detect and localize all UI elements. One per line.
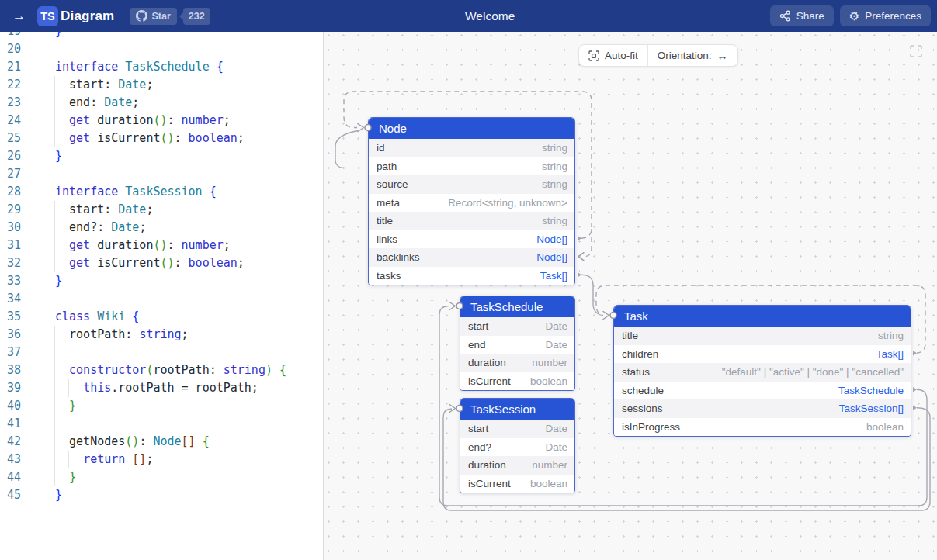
collapse-panel-arrow-icon[interactable]: → (12, 9, 29, 24)
line-number: 33 (0, 272, 21, 290)
code-line[interactable]: 37 (0, 344, 323, 361)
code-line[interactable]: 40 } (0, 397, 323, 415)
line-number: 41 (0, 415, 21, 433)
code-line[interactable]: 26} (0, 147, 323, 165)
code-line[interactable]: 45} (0, 486, 323, 504)
code-line[interactable]: 31 get duration(): number; (0, 237, 323, 254)
type-reference-link[interactable]: TaskSession[] (839, 403, 904, 414)
share-button[interactable]: Share (770, 5, 834, 26)
field-name: start (468, 423, 488, 434)
entity-table-title[interactable]: TaskSchedule (460, 296, 574, 317)
code-line[interactable]: 23 end: Date; (0, 94, 323, 112)
autofit-icon (588, 50, 599, 61)
source-chevron-schedule[interactable] (913, 387, 917, 392)
code-line[interactable]: 43 return []; (0, 451, 323, 468)
code-line[interactable]: 41 (0, 415, 323, 433)
code-text: rootPath: string; (55, 326, 189, 344)
code-line[interactable]: 25 get isCurrent(): boolean; (0, 130, 323, 147)
edge-node-tasks-to-task (581, 275, 603, 315)
entity-field-row: endDate (460, 336, 574, 354)
field-type: TaskSchedule (838, 385, 904, 396)
field-name: duration (468, 357, 506, 368)
line-number: 37 (0, 344, 21, 361)
code-text: constructor(rootPath: string) { (55, 361, 286, 379)
code-line[interactable]: 27 (0, 165, 323, 183)
type-reference-link[interactable]: Node[] (536, 251, 567, 263)
entity-table-title[interactable]: Task (614, 306, 911, 327)
code-lines: 19}2021interface TaskSchedule {22 start:… (0, 32, 323, 504)
entity-table-title[interactable]: TaskSession (460, 399, 574, 420)
entity-table-taskschedule[interactable]: TaskSchedulestartDateendDatedurationnumb… (460, 296, 575, 391)
entity-field-row: startDate (460, 420, 574, 438)
code-line[interactable]: 33} (0, 272, 323, 290)
preferences-button[interactable]: ⚙ Preferences (840, 5, 931, 26)
code-text: } (55, 468, 76, 486)
code-text: get isCurrent(): boolean; (55, 130, 245, 147)
code-line[interactable]: 38 constructor(rootPath: string) { (0, 361, 323, 379)
line-number: 26 (0, 147, 21, 165)
github-star-widget[interactable]: Star 232 (130, 8, 210, 25)
entity-table-task[interactable]: TasktitlestringchildrenTask[]status"defa… (613, 305, 911, 437)
line-number: 45 (0, 486, 21, 504)
line-number: 27 (0, 165, 21, 183)
field-type: Date (545, 320, 567, 332)
entity-table-node[interactable]: NodeidstringpathstringsourcestringmetaRe… (368, 117, 575, 285)
code-text: end?: Date; (55, 219, 146, 237)
code-text: get isCurrent(): boolean; (55, 254, 245, 272)
code-text: return []; (55, 451, 153, 468)
line-number: 39 (0, 379, 21, 397)
code-line[interactable]: 32 get isCurrent(): boolean; (0, 254, 323, 272)
field-type: boolean (866, 421, 904, 433)
line-number: 35 (0, 308, 21, 326)
field-name: isInProgress (622, 421, 680, 433)
field-type: Node[] (536, 251, 567, 263)
code-line[interactable]: 30 end?: Date; (0, 219, 323, 237)
field-type: string (542, 142, 567, 154)
diagram-canvas[interactable]: NodeidstringpathstringsourcestringmetaRe… (324, 32, 937, 560)
autofit-button[interactable]: Auto-fit (579, 45, 647, 66)
type-reference-link[interactable]: Task[] (540, 270, 567, 282)
line-number: 24 (0, 112, 21, 130)
code-text: } (55, 32, 62, 40)
source-chevron-sessions[interactable] (913, 406, 917, 410)
field-name: id (377, 142, 385, 154)
line-number: 43 (0, 451, 21, 468)
code-line[interactable]: 34 (0, 290, 323, 308)
code-line[interactable]: 20 (0, 40, 323, 58)
type-reference-link[interactable]: TaskSchedule (838, 385, 904, 396)
line-number: 30 (0, 219, 21, 237)
line-number: 34 (0, 290, 21, 308)
code-line[interactable]: 42 getNodes(): Node[] { (0, 433, 323, 451)
orientation-button[interactable]: Orientation: ↔ (648, 45, 737, 66)
code-line[interactable]: 44 } (0, 468, 323, 486)
code-editor[interactable]: 19}2021interface TaskSchedule {22 start:… (0, 32, 324, 560)
code-line[interactable]: 28interface TaskSession { (0, 183, 323, 201)
star-count-badge: 232 (183, 8, 210, 25)
fullscreen-icon (909, 44, 923, 58)
field-name: children (622, 348, 658, 360)
type-reference-link[interactable]: Node[] (536, 233, 567, 245)
source-chevron-tasks[interactable] (578, 272, 581, 277)
code-line[interactable]: 39 this.rootPath = rootPath; (0, 379, 323, 397)
page-title: Welcome (210, 9, 770, 23)
code-line[interactable]: 29 start: Date; (0, 201, 323, 219)
source-chevron-children[interactable] (913, 351, 917, 355)
code-line[interactable]: 22 start: Date; (0, 76, 323, 94)
field-name: status (622, 366, 650, 378)
code-line[interactable]: 24 get duration(): number; (0, 112, 323, 130)
entity-table-title[interactable]: Node (369, 118, 574, 139)
line-number: 32 (0, 254, 21, 272)
source-chevron-links[interactable] (578, 236, 581, 240)
entity-table-tasksession[interactable]: TaskSessionstartDateend?Datedurationnumb… (460, 398, 575, 493)
app-title: Diagram (61, 9, 114, 24)
line-number: 20 (0, 40, 21, 58)
code-line[interactable]: 35class Wiki { (0, 308, 323, 326)
code-line[interactable]: 21interface TaskSchedule { (0, 58, 323, 76)
arrowhead-backlinks-row (578, 253, 584, 261)
code-line[interactable]: 36 rootPath: string; (0, 326, 323, 344)
field-type: string (542, 215, 567, 226)
code-line[interactable]: 19} (0, 32, 323, 40)
type-reference-link[interactable]: Task[] (876, 348, 904, 360)
fullscreen-button[interactable] (908, 44, 924, 60)
arrowhead-tasksession (449, 405, 456, 413)
